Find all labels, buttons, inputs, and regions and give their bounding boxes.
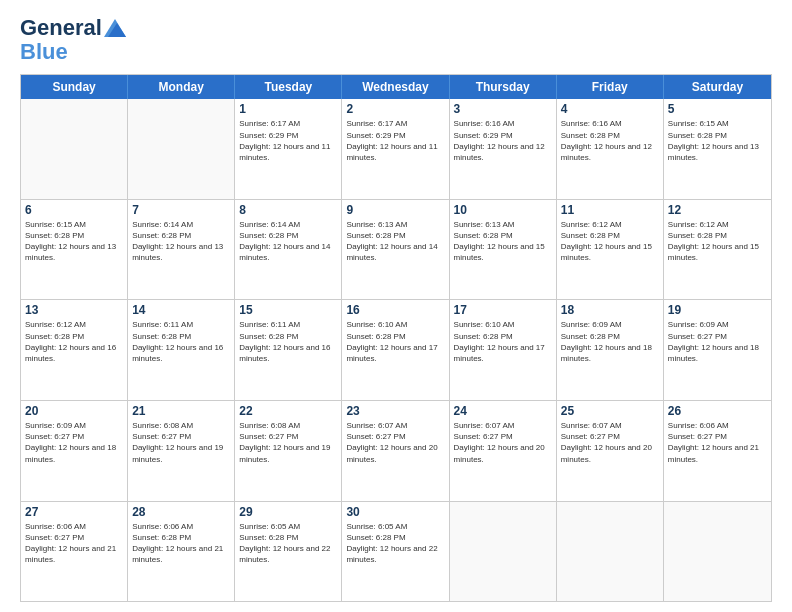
day-number: 20 bbox=[25, 404, 123, 418]
day-number: 26 bbox=[668, 404, 767, 418]
day-info: Sunrise: 6:05 AM Sunset: 6:28 PM Dayligh… bbox=[239, 521, 337, 566]
day-info: Sunrise: 6:08 AM Sunset: 6:27 PM Dayligh… bbox=[239, 420, 337, 465]
day-cell-6: 6Sunrise: 6:15 AM Sunset: 6:28 PM Daylig… bbox=[21, 200, 128, 300]
day-cell-25: 25Sunrise: 6:07 AM Sunset: 6:27 PM Dayli… bbox=[557, 401, 664, 501]
day-number: 13 bbox=[25, 303, 123, 317]
day-number: 2 bbox=[346, 102, 444, 116]
day-cell-13: 13Sunrise: 6:12 AM Sunset: 6:28 PM Dayli… bbox=[21, 300, 128, 400]
day-cell-18: 18Sunrise: 6:09 AM Sunset: 6:28 PM Dayli… bbox=[557, 300, 664, 400]
day-info: Sunrise: 6:09 AM Sunset: 6:27 PM Dayligh… bbox=[25, 420, 123, 465]
day-cell-23: 23Sunrise: 6:07 AM Sunset: 6:27 PM Dayli… bbox=[342, 401, 449, 501]
calendar-body: 1Sunrise: 6:17 AM Sunset: 6:29 PM Daylig… bbox=[21, 99, 771, 601]
logo: General Blue bbox=[20, 16, 126, 64]
week-row-2: 13Sunrise: 6:12 AM Sunset: 6:28 PM Dayli… bbox=[21, 300, 771, 401]
week-row-0: 1Sunrise: 6:17 AM Sunset: 6:29 PM Daylig… bbox=[21, 99, 771, 200]
day-cell-19: 19Sunrise: 6:09 AM Sunset: 6:27 PM Dayli… bbox=[664, 300, 771, 400]
day-cell-27: 27Sunrise: 6:06 AM Sunset: 6:27 PM Dayli… bbox=[21, 502, 128, 602]
calendar-header-row: SundayMondayTuesdayWednesdayThursdayFrid… bbox=[21, 75, 771, 99]
day-info: Sunrise: 6:09 AM Sunset: 6:27 PM Dayligh… bbox=[668, 319, 767, 364]
day-number: 21 bbox=[132, 404, 230, 418]
day-cell-2: 2Sunrise: 6:17 AM Sunset: 6:29 PM Daylig… bbox=[342, 99, 449, 199]
day-info: Sunrise: 6:06 AM Sunset: 6:27 PM Dayligh… bbox=[25, 521, 123, 566]
day-info: Sunrise: 6:12 AM Sunset: 6:28 PM Dayligh… bbox=[25, 319, 123, 364]
logo-general: General bbox=[20, 15, 102, 40]
day-number: 7 bbox=[132, 203, 230, 217]
day-number: 10 bbox=[454, 203, 552, 217]
day-cell-16: 16Sunrise: 6:10 AM Sunset: 6:28 PM Dayli… bbox=[342, 300, 449, 400]
day-info: Sunrise: 6:14 AM Sunset: 6:28 PM Dayligh… bbox=[239, 219, 337, 264]
logo-blue: Blue bbox=[20, 40, 68, 64]
week-row-1: 6Sunrise: 6:15 AM Sunset: 6:28 PM Daylig… bbox=[21, 200, 771, 301]
empty-cell-4-6 bbox=[664, 502, 771, 602]
day-cell-26: 26Sunrise: 6:06 AM Sunset: 6:27 PM Dayli… bbox=[664, 401, 771, 501]
day-info: Sunrise: 6:15 AM Sunset: 6:28 PM Dayligh… bbox=[668, 118, 767, 163]
logo-icon bbox=[104, 19, 126, 37]
day-cell-3: 3Sunrise: 6:16 AM Sunset: 6:29 PM Daylig… bbox=[450, 99, 557, 199]
header-day-wednesday: Wednesday bbox=[342, 75, 449, 99]
day-info: Sunrise: 6:09 AM Sunset: 6:28 PM Dayligh… bbox=[561, 319, 659, 364]
empty-cell-4-5 bbox=[557, 502, 664, 602]
day-info: Sunrise: 6:11 AM Sunset: 6:28 PM Dayligh… bbox=[132, 319, 230, 364]
day-cell-15: 15Sunrise: 6:11 AM Sunset: 6:28 PM Dayli… bbox=[235, 300, 342, 400]
day-info: Sunrise: 6:06 AM Sunset: 6:27 PM Dayligh… bbox=[668, 420, 767, 465]
day-number: 9 bbox=[346, 203, 444, 217]
day-info: Sunrise: 6:12 AM Sunset: 6:28 PM Dayligh… bbox=[561, 219, 659, 264]
day-cell-12: 12Sunrise: 6:12 AM Sunset: 6:28 PM Dayli… bbox=[664, 200, 771, 300]
header-day-saturday: Saturday bbox=[664, 75, 771, 99]
day-number: 8 bbox=[239, 203, 337, 217]
day-number: 25 bbox=[561, 404, 659, 418]
header-day-monday: Monday bbox=[128, 75, 235, 99]
day-info: Sunrise: 6:15 AM Sunset: 6:28 PM Dayligh… bbox=[25, 219, 123, 264]
day-number: 12 bbox=[668, 203, 767, 217]
day-cell-8: 8Sunrise: 6:14 AM Sunset: 6:28 PM Daylig… bbox=[235, 200, 342, 300]
week-row-4: 27Sunrise: 6:06 AM Sunset: 6:27 PM Dayli… bbox=[21, 502, 771, 602]
day-cell-5: 5Sunrise: 6:15 AM Sunset: 6:28 PM Daylig… bbox=[664, 99, 771, 199]
day-info: Sunrise: 6:13 AM Sunset: 6:28 PM Dayligh… bbox=[346, 219, 444, 264]
page: General Blue SundayMondayTuesdayWednesda… bbox=[0, 0, 792, 612]
day-info: Sunrise: 6:17 AM Sunset: 6:29 PM Dayligh… bbox=[239, 118, 337, 163]
day-info: Sunrise: 6:13 AM Sunset: 6:28 PM Dayligh… bbox=[454, 219, 552, 264]
day-number: 19 bbox=[668, 303, 767, 317]
day-cell-21: 21Sunrise: 6:08 AM Sunset: 6:27 PM Dayli… bbox=[128, 401, 235, 501]
day-info: Sunrise: 6:11 AM Sunset: 6:28 PM Dayligh… bbox=[239, 319, 337, 364]
day-number: 16 bbox=[346, 303, 444, 317]
day-number: 29 bbox=[239, 505, 337, 519]
day-cell-17: 17Sunrise: 6:10 AM Sunset: 6:28 PM Dayli… bbox=[450, 300, 557, 400]
empty-cell-4-4 bbox=[450, 502, 557, 602]
day-number: 3 bbox=[454, 102, 552, 116]
empty-cell-0-1 bbox=[128, 99, 235, 199]
day-number: 18 bbox=[561, 303, 659, 317]
day-info: Sunrise: 6:07 AM Sunset: 6:27 PM Dayligh… bbox=[561, 420, 659, 465]
day-info: Sunrise: 6:12 AM Sunset: 6:28 PM Dayligh… bbox=[668, 219, 767, 264]
day-number: 24 bbox=[454, 404, 552, 418]
day-number: 15 bbox=[239, 303, 337, 317]
day-cell-14: 14Sunrise: 6:11 AM Sunset: 6:28 PM Dayli… bbox=[128, 300, 235, 400]
day-number: 6 bbox=[25, 203, 123, 217]
day-number: 4 bbox=[561, 102, 659, 116]
day-info: Sunrise: 6:08 AM Sunset: 6:27 PM Dayligh… bbox=[132, 420, 230, 465]
day-number: 23 bbox=[346, 404, 444, 418]
day-cell-28: 28Sunrise: 6:06 AM Sunset: 6:28 PM Dayli… bbox=[128, 502, 235, 602]
empty-cell-0-0 bbox=[21, 99, 128, 199]
day-info: Sunrise: 6:10 AM Sunset: 6:28 PM Dayligh… bbox=[346, 319, 444, 364]
week-row-3: 20Sunrise: 6:09 AM Sunset: 6:27 PM Dayli… bbox=[21, 401, 771, 502]
day-number: 22 bbox=[239, 404, 337, 418]
day-number: 14 bbox=[132, 303, 230, 317]
day-info: Sunrise: 6:16 AM Sunset: 6:29 PM Dayligh… bbox=[454, 118, 552, 163]
day-info: Sunrise: 6:05 AM Sunset: 6:28 PM Dayligh… bbox=[346, 521, 444, 566]
calendar: SundayMondayTuesdayWednesdayThursdayFrid… bbox=[20, 74, 772, 602]
header-day-thursday: Thursday bbox=[450, 75, 557, 99]
day-cell-30: 30Sunrise: 6:05 AM Sunset: 6:28 PM Dayli… bbox=[342, 502, 449, 602]
day-info: Sunrise: 6:10 AM Sunset: 6:28 PM Dayligh… bbox=[454, 319, 552, 364]
day-info: Sunrise: 6:07 AM Sunset: 6:27 PM Dayligh… bbox=[346, 420, 444, 465]
day-cell-10: 10Sunrise: 6:13 AM Sunset: 6:28 PM Dayli… bbox=[450, 200, 557, 300]
day-cell-7: 7Sunrise: 6:14 AM Sunset: 6:28 PM Daylig… bbox=[128, 200, 235, 300]
day-cell-29: 29Sunrise: 6:05 AM Sunset: 6:28 PM Dayli… bbox=[235, 502, 342, 602]
header: General Blue bbox=[20, 16, 772, 64]
day-info: Sunrise: 6:16 AM Sunset: 6:28 PM Dayligh… bbox=[561, 118, 659, 163]
day-cell-4: 4Sunrise: 6:16 AM Sunset: 6:28 PM Daylig… bbox=[557, 99, 664, 199]
day-cell-20: 20Sunrise: 6:09 AM Sunset: 6:27 PM Dayli… bbox=[21, 401, 128, 501]
day-number: 11 bbox=[561, 203, 659, 217]
header-day-tuesday: Tuesday bbox=[235, 75, 342, 99]
day-number: 28 bbox=[132, 505, 230, 519]
